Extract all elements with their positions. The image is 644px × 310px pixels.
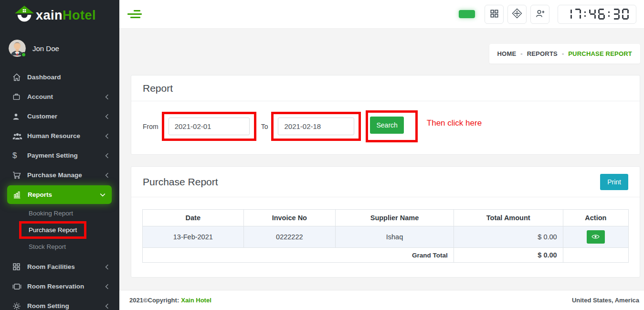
column-header-date: Date [143,210,244,226]
sidebar: xainHotel Jon Doe DashboardAccountCustom… [0,0,119,310]
cell-total-amount: $ 0.00 [454,226,563,248]
people-icon [12,132,27,140]
diamond-move-icon [512,8,522,20]
report-filter-form: From To Search Then click here [131,101,640,154]
topbar-actions [459,5,636,24]
sidebar-nav: DashboardAccountCustomerHuman Resource$P… [0,67,119,310]
sidebar-item-label: Purchase Manage [27,171,105,179]
grid-icon-button[interactable] [485,5,504,24]
cell-supplier-name: Ishaq [336,226,454,248]
bar-chart-icon [13,191,27,199]
grand-total-empty-cell [563,248,628,263]
sidebar-item-account[interactable]: Account [0,87,119,107]
search-button[interactable]: Search [370,117,403,134]
chevron-left-icon [105,153,109,159]
breadcrumb-item-home[interactable]: HOME [497,50,517,57]
view-eye-icon [591,234,600,241]
breadcrumb: HOME-REPORTS-PURCHASE REPORT [489,44,641,64]
clock-digit [565,9,572,20]
menu-toggle-icon[interactable] [127,10,142,18]
purchase-report-table: DateInvoice NoSupplier NameTotal AmountA… [142,209,629,263]
person-icon [12,113,27,120]
brand-name-suffix: Hotel [63,8,96,22]
column-header-action: Action [563,210,628,226]
breadcrumb-separator: - [562,50,564,57]
grand-total-row: Grand Total $ 0.00 [143,248,629,263]
breadcrumb-item-reports[interactable]: REPORTS [527,50,558,57]
column-header-supplier-name: Supplier Name [336,210,454,226]
sidebar-item-dashboard[interactable]: Dashboard [0,67,119,87]
sidebar-item-human-resource[interactable]: Human Resource [0,126,119,146]
brand-name-prefix: xain [36,8,63,22]
grid-icon [490,9,499,20]
diamond-move-icon-button[interactable] [507,5,527,24]
clock-colon [607,9,611,20]
column-header-invoice-no: Invoice No [243,210,336,226]
sidebar-item-label: Payment Setting [27,152,105,159]
sidebar-item-reports[interactable]: Reports [7,185,112,204]
brand-logo[interactable]: xainHotel [0,0,119,31]
footer-copyright: 2021©Copyright:Xain Hotel [129,297,211,304]
footer: 2021©Copyright:Xain Hotel United States,… [119,290,644,310]
sidebar-item-label: Dashboard [27,74,109,81]
sidebar-item-purchase-manage[interactable]: Purchase Manage [0,165,119,185]
sidebar-item-label: Reports [27,191,100,198]
annotation-box-from [162,112,256,141]
footer-location: United States, America [572,297,639,304]
main-area: HOME-REPORTS-PURCHASE REPORT Report From… [119,0,644,310]
grand-total-label: Grand Total [143,248,454,263]
user-profile[interactable]: Jon Doe [0,31,119,63]
sidebar-item-label: Human Resource [27,132,105,139]
gear-icon [12,302,27,310]
clock-digit [589,9,596,20]
grid-icon [12,263,27,271]
column-header-total-amount: Total Amount [454,210,563,226]
annotation-box-to [271,112,361,141]
add-user-icon [535,9,545,20]
cell-action [563,226,628,248]
from-date-input[interactable] [169,118,250,135]
print-button[interactable]: Print [600,174,628,190]
breadcrumb-item-purchase-report[interactable]: PURCHASE REPORT [568,50,632,57]
clock-digit [598,9,605,20]
brand-house-icon [14,5,34,25]
report-card: Report From To Search Then click here [131,75,640,155]
sidebar-item-room-reservation[interactable]: Room Reservation [0,277,119,296]
footer-brand-link[interactable]: Xain Hotel [181,297,211,304]
sidebar-item-room-facilities[interactable]: Room Facilities [0,257,119,277]
purchase-report-card: Purchase Report Print DateInvoice NoSupp… [131,166,640,278]
sidebar-submenu-reports: Booking ReportPurchase ReportStock Repor… [0,205,119,255]
clock-digit [622,9,629,20]
content: HOME-REPORTS-PURCHASE REPORT Report From… [119,29,644,290]
chevron-left-icon [105,264,109,270]
sidebar-subitem-booking-report[interactable]: Booking Report [0,205,119,222]
sidebar-item-payment-setting[interactable]: $Payment Setting [0,146,119,165]
clock-colon [583,9,587,20]
cell-invoice-no: 0222222 [243,226,336,248]
to-date-input[interactable] [278,118,354,135]
from-label: From [143,123,158,130]
sidebar-item-room-setting[interactable]: Room Setting [0,296,119,310]
online-status-dot [21,52,26,57]
sidebar-item-label: Account [27,93,105,100]
report-card-title: Report [143,83,173,94]
annotation-box-search: Search [366,110,417,142]
sidebar-subitem-purchase-report[interactable]: Purchase Report [0,222,119,238]
footer-copyright-text: 2021©Copyright: [129,297,179,304]
app-root: xainHotel Jon Doe DashboardAccountCustom… [0,0,644,310]
green-toggle[interactable] [459,10,475,18]
breadcrumb-separator: - [520,50,522,57]
room-icon [12,283,27,290]
view-button[interactable] [587,230,605,244]
chevron-left-icon [105,284,109,289]
purchase-report-title: Purchase Report [143,176,218,188]
grand-total-value: $ 0.00 [454,248,563,263]
avatar [9,40,26,57]
add-user-icon-button[interactable] [530,5,549,24]
sidebar-subitem-stock-report[interactable]: Stock Report [0,238,119,255]
sidebar-subitem-label: Stock Report [29,243,66,250]
sidebar-item-label: Room Reservation [27,283,105,290]
sidebar-item-label: Room Setting [27,302,105,310]
sidebar-item-customer[interactable]: Customer [0,107,119,126]
to-label: To [261,123,268,130]
